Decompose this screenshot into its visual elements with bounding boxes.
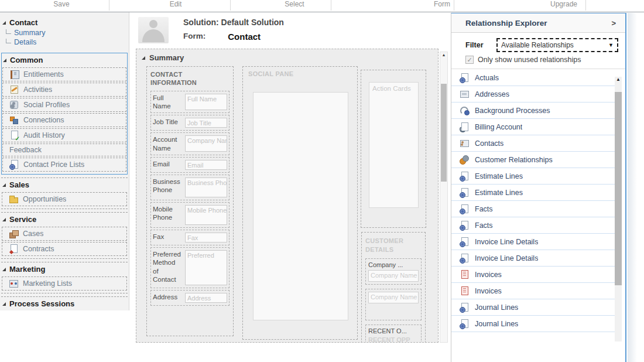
relationship-label: Background Processes: [475, 107, 550, 115]
relationship-row[interactable]: Contacts: [451, 135, 616, 152]
relationship-row[interactable]: Invoice Line Details: [451, 250, 616, 267]
form-field[interactable]: Company Name: [365, 289, 422, 320]
nav-section-header[interactable]: Sales: [1, 179, 128, 191]
ribbon-group-select[interactable]: Select: [285, 0, 304, 8]
form-field[interactable]: Fax Fax: [150, 230, 229, 245]
list-scrollbar[interactable]: ▲: [615, 77, 622, 341]
collapse-triangle-icon: [2, 268, 6, 271]
entitlements-icon: [9, 70, 19, 79]
relationship-row[interactable]: Journal Lines: [451, 299, 616, 316]
relationship-row[interactable]: Actuals: [451, 70, 616, 86]
nav-item-label: Cases: [23, 230, 43, 238]
form-header: Solution: Default Solution Form: Contact: [138, 17, 284, 43]
relationship-row[interactable]: Background Processes: [451, 103, 616, 119]
billing-icon: [460, 122, 470, 132]
panel-edge-shadow: [628, 13, 637, 362]
nav-item[interactable]: Audit History: [2, 128, 126, 142]
tree-link-summary[interactable]: Summary: [2, 28, 128, 37]
relationship-label: Estimate Lines: [475, 172, 523, 180]
scroll-up-icon[interactable]: ▲: [615, 77, 622, 82]
nav-item[interactable]: Feedback: [2, 144, 126, 156]
customer-details-section[interactable]: CUSTOMER DETAILS Company ... Company Nam…: [361, 232, 426, 343]
ribbon-separator: [331, 0, 331, 11]
field-label: Full Name: [153, 94, 182, 111]
form-name: Contact: [228, 32, 261, 42]
nav-item[interactable]: Social Profiles: [2, 98, 126, 112]
filter-dropdown[interactable]: Available Relationships ▼: [496, 38, 618, 52]
list-scrollbar-thumb[interactable]: [615, 92, 622, 285]
tree-link-details[interactable]: Details: [2, 37, 128, 47]
form-subgrid[interactable]: RECENT O... RECENT OPP: [365, 325, 422, 343]
nav-item[interactable]: Connections: [2, 113, 126, 127]
relationship-row[interactable]: Estimate Lines: [451, 185, 616, 201]
nav-section-header[interactable]: Marketing: [1, 263, 128, 275]
tree-child-label: Summary: [14, 29, 45, 37]
form-field[interactable]: Full Name Full Name: [150, 91, 229, 114]
nav-section-header[interactable]: Common: [2, 54, 127, 66]
scroll-up-icon[interactable]: ▲: [440, 53, 447, 57]
form-field[interactable]: Company ... Company Name: [365, 258, 422, 285]
ribbon-group-save[interactable]: Save: [53, 0, 69, 8]
nav-section-label: Sales: [9, 180, 29, 189]
form-field[interactable]: Job Title Job Title: [150, 115, 229, 131]
collapse-triangle-icon: [142, 56, 145, 60]
form-field[interactable]: Address Address: [150, 290, 229, 306]
nav-item-label: Feedback: [9, 146, 42, 154]
contact-information-section[interactable]: CONTACT INFORMATION Full Name Full Name …: [146, 66, 234, 336]
action-cards-section[interactable]: Action Cards: [361, 70, 426, 228]
relationship-row[interactable]: Invoice Line Details: [451, 234, 616, 250]
invoices-icon: [460, 270, 470, 279]
form-field[interactable]: Preferred Method of Contact Preferred: [150, 247, 229, 288]
field-label: Address: [153, 293, 182, 301]
form-structure-tree: Contact Summary Details: [1, 16, 128, 52]
canvas-scrollbar[interactable]: ▲: [440, 52, 448, 343]
relationship-row[interactable]: Invoices: [451, 283, 616, 299]
form-field[interactable]: Business Phone Business Phone: [150, 175, 229, 200]
nav-item[interactable]: Cases: [2, 227, 127, 241]
subgrid-placeholder: RECENT OPP: [368, 336, 419, 343]
field-input: Mobile Phone: [185, 205, 227, 225]
collapse-triangle-icon: [2, 218, 6, 221]
relationship-label: Invoice Line Details: [475, 254, 538, 262]
relationship-row[interactable]: Facts: [451, 217, 616, 234]
navigator-sections: Common Entitlements Activities Social Pr…: [1, 53, 128, 310]
ribbon-group-edit[interactable]: Edit: [170, 0, 182, 8]
entity-gear-icon: [460, 303, 470, 312]
relationship-row[interactable]: Invoices: [451, 267, 616, 283]
ribbon-group-upgrade[interactable]: Upgrade: [550, 0, 577, 8]
checkbox-label: Only show unused relationships: [478, 56, 581, 64]
section-title: CUSTOMER DETAILS: [365, 237, 406, 254]
social-pane-section[interactable]: SOCIAL PANE: [242, 66, 358, 340]
relationship-row[interactable]: Addresses: [451, 86, 616, 103]
nav-item[interactable]: Opportunities: [2, 192, 127, 206]
nav-section-label: Process Sessions: [9, 299, 74, 308]
nav-section-header[interactable]: Service: [1, 213, 128, 226]
entity-gear-icon: [460, 204, 470, 214]
nav-item[interactable]: Contracts: [2, 242, 127, 256]
relationship-list: Actuals Addresses Background Processes B…: [451, 70, 616, 332]
entity-gear-icon: [460, 319, 470, 329]
relationship-row[interactable]: Customer Relationships: [451, 152, 616, 168]
relationship-row[interactable]: Facts: [451, 201, 616, 217]
ribbon-group-form[interactable]: Form: [434, 0, 450, 8]
form-field[interactable]: Email Email: [150, 157, 229, 173]
relationship-row[interactable]: Estimate Lines: [451, 168, 616, 185]
nav-item[interactable]: Entitlements: [2, 67, 126, 81]
form-field[interactable]: Mobile Phone Mobile Phone: [150, 202, 229, 228]
nav-item[interactable]: Activities: [2, 83, 126, 97]
tree-node-contact[interactable]: Contact: [2, 17, 128, 28]
form-field[interactable]: Account Name Company Name: [150, 132, 229, 155]
summary-tab-label: Summary: [149, 53, 184, 62]
relationship-label: Billing Account: [475, 123, 522, 131]
relationship-row[interactable]: Billing Account: [451, 119, 616, 135]
nav-section-header[interactable]: Process Sessions: [1, 298, 128, 310]
canvas-scrollbar-thumb[interactable]: [441, 84, 447, 182]
unused-relationships-checkbox[interactable]: [465, 56, 474, 64]
nav-item[interactable]: Marketing Lists: [2, 276, 127, 291]
collapse-panel-chevron-icon[interactable]: >: [611, 19, 616, 28]
nav-section-items: Entitlements Activities Social Profiles …: [2, 67, 127, 172]
nav-item[interactable]: Contact Price Lists: [2, 158, 126, 172]
summary-tab-header[interactable]: Summary: [142, 53, 184, 62]
relationship-label: Facts: [475, 205, 493, 213]
relationship-row[interactable]: Journal Lines: [451, 316, 616, 332]
